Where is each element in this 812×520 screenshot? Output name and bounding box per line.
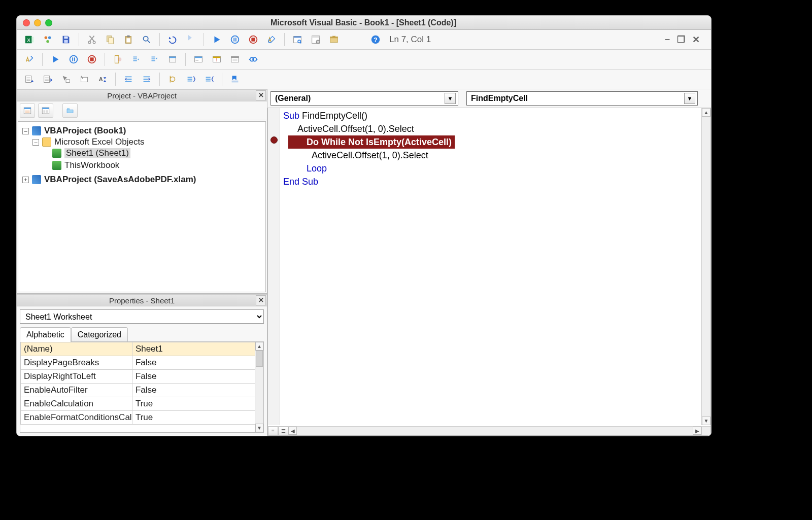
undo-icon[interactable] <box>165 32 180 47</box>
toggle-folders-icon[interactable] <box>62 103 78 118</box>
toggle-breakpoint-icon[interactable] <box>110 52 125 67</box>
tree-folder[interactable]: Microsoft Excel Objects <box>54 137 145 147</box>
prop-value[interactable]: True <box>132 397 263 411</box>
parameter-info-icon[interactable] <box>77 72 92 87</box>
complete-word-icon[interactable]: A <box>95 72 110 87</box>
breakpoint-icon[interactable] <box>270 136 278 144</box>
prop-name[interactable]: DisplayPageBreaks <box>21 356 132 370</box>
collapse-icon[interactable]: – <box>32 139 39 146</box>
view-object-icon[interactable] <box>38 103 53 118</box>
mdi-restore-icon[interactable]: ❐ <box>677 34 685 45</box>
properties-icon[interactable] <box>308 32 323 47</box>
view-code-icon[interactable] <box>20 103 35 118</box>
quick-watch-icon[interactable] <box>246 52 261 67</box>
svg-point-3 <box>45 37 48 40</box>
excel-icon[interactable]: X <box>22 32 37 47</box>
full-module-view-icon[interactable]: ☰ <box>278 427 288 435</box>
comment-block-icon[interactable] <box>183 72 198 87</box>
object-browser-icon[interactable] <box>326 32 342 47</box>
run-icon[interactable] <box>209 32 224 47</box>
design-mode-icon[interactable] <box>22 52 37 67</box>
quick-info-icon[interactable] <box>58 72 74 87</box>
addin-manager-icon[interactable] <box>40 32 55 47</box>
prop-name[interactable]: EnableFormatConditionsCalculation <box>21 411 132 425</box>
pause-icon[interactable] <box>227 32 243 47</box>
properties-object-select[interactable]: Sheet1 Worksheet <box>20 309 264 324</box>
list-constants-icon[interactable] <box>40 72 55 87</box>
redo-icon[interactable] <box>183 32 198 47</box>
prop-value[interactable]: True <box>132 411 263 425</box>
chevron-down-icon[interactable]: ▼ <box>684 93 695 104</box>
code-text: ActiveCell.Offset(1, 0).Select <box>312 150 428 160</box>
help-icon[interactable]: ? <box>368 32 383 47</box>
tree-item-sheet1[interactable]: Sheet1 (Sheet1) <box>64 148 130 158</box>
outdent-icon[interactable] <box>139 72 154 87</box>
run-icon[interactable] <box>48 52 63 67</box>
tree-root-2[interactable]: VBAProject (SaveAsAdobePDF.xlam) <box>44 175 196 185</box>
code-editor[interactable]: Sub FindEmptyCell() ActiveCell.Offset(1,… <box>267 108 711 436</box>
immediate-window-icon[interactable] <box>191 52 206 67</box>
prop-value[interactable]: False <box>132 384 263 397</box>
indent-icon[interactable] <box>121 72 136 87</box>
list-properties-icon[interactable] <box>22 72 37 87</box>
prop-value[interactable]: Sheet1 <box>132 342 263 356</box>
locals-window-icon[interactable]: ! <box>209 52 224 67</box>
step-over-icon[interactable] <box>147 52 162 67</box>
procedure-combo[interactable]: FindEmptyCell ▼ <box>466 91 698 106</box>
minimize-icon[interactable] <box>34 19 41 26</box>
tree-item-thisworkbook[interactable]: ThisWorkbook <box>64 160 119 170</box>
code-content[interactable]: Sub FindEmptyCell() ActiveCell.Offset(1,… <box>283 109 701 425</box>
tab-alphabetic[interactable]: Alphabetic <box>20 327 71 342</box>
svg-point-4 <box>48 37 51 40</box>
code-gutter[interactable] <box>268 108 280 425</box>
close-icon[interactable] <box>23 19 30 26</box>
save-icon[interactable] <box>58 32 74 47</box>
object-combo[interactable]: (General) ▼ <box>270 91 458 106</box>
scroll-right-icon[interactable]: ▶ <box>693 427 701 435</box>
design-mode-icon[interactable] <box>264 32 279 47</box>
scroll-up-icon[interactable]: ▲ <box>255 342 263 351</box>
scroll-down-icon[interactable]: ▼ <box>702 417 710 425</box>
pause-icon[interactable] <box>66 52 81 67</box>
procedure-combo-value: FindEmptyCell <box>471 94 528 103</box>
properties-grid[interactable]: (Name)Sheet1 DisplayPageBreaksFalse Disp… <box>20 341 264 433</box>
prop-name[interactable]: EnableCalculation <box>21 397 132 411</box>
tree-root-1[interactable]: VBAProject (Book1) <box>44 126 126 136</box>
watch-window-icon[interactable] <box>227 52 243 67</box>
code-vertical-scrollbar[interactable]: ▲ ▼ <box>701 108 710 425</box>
tab-categorized[interactable]: Categorized <box>71 327 128 342</box>
expand-icon[interactable]: + <box>22 177 29 183</box>
paste-icon[interactable] <box>121 32 136 47</box>
step-out-icon[interactable] <box>165 52 180 67</box>
scroll-up-icon[interactable]: ▲ <box>702 108 710 117</box>
stop-icon[interactable] <box>246 32 261 47</box>
scroll-down-icon[interactable]: ▼ <box>255 424 263 432</box>
prop-value[interactable]: False <box>132 370 263 384</box>
project-tree[interactable]: – VBAProject (Book1) – Microsoft Excel O <box>18 121 266 292</box>
prop-name[interactable]: (Name) <box>21 342 132 356</box>
prop-name[interactable]: EnableAutoFilter <box>21 384 132 397</box>
zoom-icon[interactable] <box>45 19 52 26</box>
properties-panel-close-icon[interactable]: ✕ <box>256 295 266 305</box>
prop-value[interactable]: False <box>132 356 263 370</box>
mdi-minimize-icon[interactable]: – <box>665 34 670 45</box>
toggle-bookmark-icon[interactable] <box>227 72 243 87</box>
procedure-view-icon[interactable]: ≡ <box>268 427 278 435</box>
chevron-down-icon[interactable]: ▼ <box>445 93 456 104</box>
code-horizontal-scrollbar[interactable]: ◀ ▶ <box>288 426 701 435</box>
svg-point-32 <box>70 56 78 63</box>
scroll-left-icon[interactable]: ◀ <box>288 427 297 435</box>
collapse-icon[interactable]: – <box>22 128 29 134</box>
cut-icon[interactable] <box>84 32 99 47</box>
toggle-breakpoint-icon[interactable] <box>165 72 180 87</box>
step-into-icon[interactable] <box>128 52 144 67</box>
copy-icon[interactable] <box>103 32 118 47</box>
stop-icon[interactable] <box>84 52 99 67</box>
properties-scrollbar[interactable]: ▲ ▼ <box>255 342 263 432</box>
project-explorer-icon[interactable] <box>290 32 305 47</box>
prop-name[interactable]: DisplayRightToLeft <box>21 370 132 384</box>
find-icon[interactable] <box>139 32 154 47</box>
uncomment-block-icon[interactable] <box>201 72 217 87</box>
project-panel-close-icon[interactable]: ✕ <box>256 90 266 100</box>
mdi-close-icon[interactable]: ✕ <box>692 34 700 45</box>
